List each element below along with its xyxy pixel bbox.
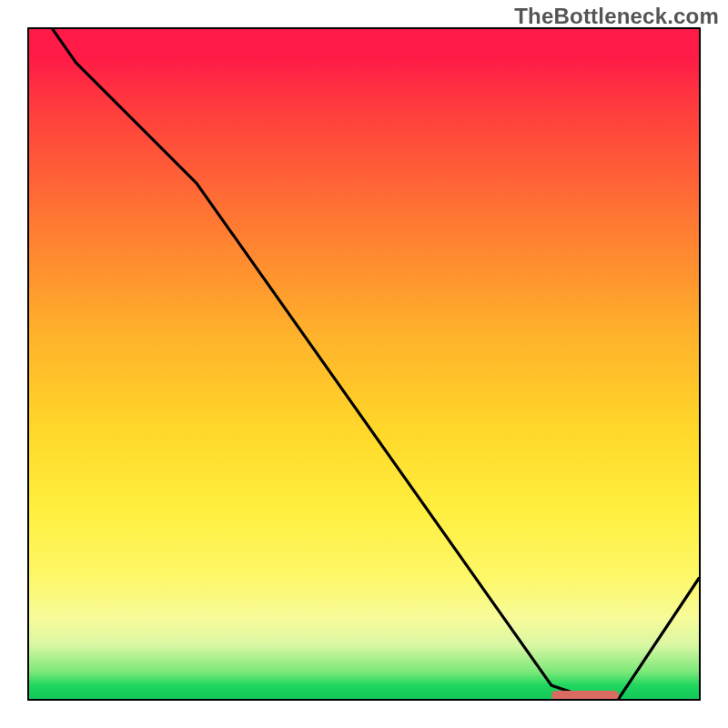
watermark-text: TheBottleneck.com bbox=[514, 4, 719, 29]
bottleneck-curve bbox=[29, 29, 699, 699]
optimal-zone-marker bbox=[551, 691, 619, 700]
chart-frame bbox=[27, 27, 701, 701]
